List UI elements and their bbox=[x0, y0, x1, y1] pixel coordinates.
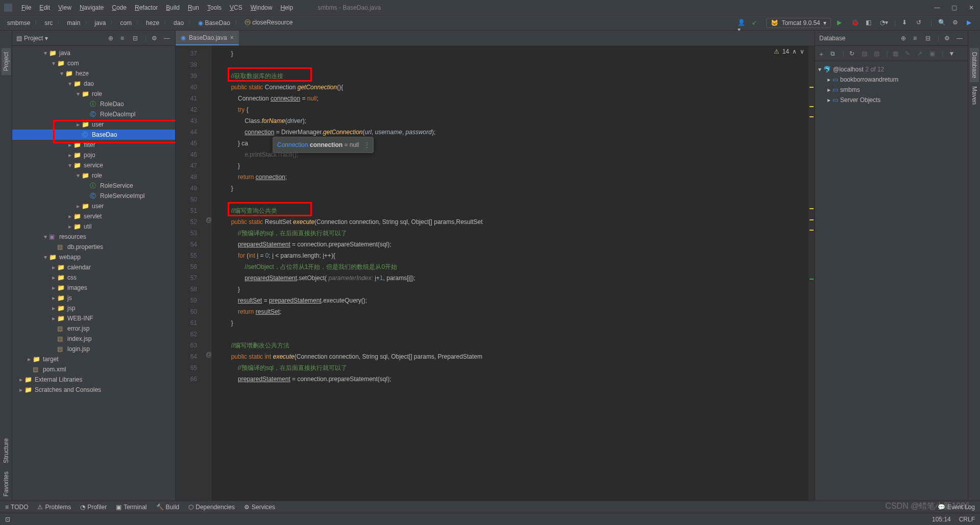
tree-item-js[interactable]: ▸📁js bbox=[12, 293, 175, 303]
coverage-icon[interactable]: ◧ bbox=[866, 19, 874, 27]
collapse-icon[interactable]: ⊟ bbox=[925, 35, 933, 42]
maximize-icon[interactable]: ▢ bbox=[951, 4, 959, 11]
tree-item-role[interactable]: ▾📁role bbox=[12, 89, 175, 99]
tree-item-util[interactable]: ▸📁util bbox=[12, 221, 175, 232]
tree-item-service[interactable]: ▾📁service bbox=[12, 160, 175, 170]
crumb-java[interactable]: java bbox=[92, 18, 108, 28]
menu-view[interactable]: View bbox=[54, 4, 76, 11]
project-panel-title[interactable]: ▤ Project ▾ bbox=[16, 35, 48, 42]
menu-help[interactable]: Help bbox=[276, 4, 297, 11]
tree-item-target[interactable]: ▸📁target bbox=[12, 354, 175, 364]
run-icon[interactable]: ▶ bbox=[837, 19, 845, 27]
tree-item-java[interactable]: ▾📁java bbox=[12, 48, 175, 58]
debug-icon[interactable]: 🐞 bbox=[851, 19, 860, 27]
bottom-tab-services[interactable]: ⚙Services bbox=[244, 504, 275, 511]
menu-vcs[interactable]: VCS bbox=[226, 4, 247, 11]
tree-item-RoleService[interactable]: ⒾRoleService bbox=[12, 181, 175, 191]
tree-item-RoleDao[interactable]: ⒾRoleDao bbox=[12, 99, 175, 109]
tree-item-pom.xml[interactable]: ▤pom.xml bbox=[12, 364, 175, 374]
breadcrumb[interactable]: smbmse〉src〉main〉java〉com〉heze〉dao〉◉ Base… bbox=[5, 17, 295, 28]
stop-icon[interactable]: ▨ bbox=[862, 50, 869, 57]
bottom-tab-todo[interactable]: ≡TODO bbox=[5, 504, 28, 511]
crumb-heze[interactable]: heze bbox=[144, 18, 161, 28]
tree-item-RoleServiceImpl[interactable]: ⒸRoleServiceImpl bbox=[12, 191, 175, 201]
menu-window[interactable]: Window bbox=[247, 4, 277, 11]
bottom-tab-problems[interactable]: ⚠Problems bbox=[37, 504, 71, 511]
menu-build[interactable]: Build bbox=[162, 4, 184, 11]
crumb-smbmse[interactable]: smbmse bbox=[5, 18, 32, 28]
hide-icon[interactable]: — bbox=[164, 35, 171, 42]
crumb-src[interactable]: src bbox=[42, 18, 55, 28]
tool-window-icon[interactable]: ⊡ bbox=[5, 516, 10, 523]
line-gutter[interactable]: 3738394041424344454647484950515253545556… bbox=[176, 46, 201, 501]
edit-icon[interactable]: ✎ bbox=[905, 50, 912, 57]
tree-item-db.properties[interactable]: ▤db.properties bbox=[12, 242, 175, 252]
search-icon[interactable]: 🔍 bbox=[938, 19, 946, 27]
select-opened-icon[interactable]: ⊕ bbox=[108, 35, 115, 42]
bottom-tab-profiler[interactable]: ◔Profiler bbox=[80, 504, 107, 511]
tree-item-RoleDaoImpl[interactable]: ⒸRoleDaoImpl bbox=[12, 109, 175, 119]
tree-item-webapp[interactable]: ▾📁webapp bbox=[12, 252, 175, 262]
crumb-com[interactable]: com bbox=[118, 18, 134, 28]
tree-item-resources[interactable]: ▾▣resources bbox=[12, 232, 175, 242]
user-icon[interactable]: 👤▾ bbox=[738, 19, 746, 27]
collapse-icon[interactable]: ⊟ bbox=[133, 35, 140, 42]
db-schema-bookborrowandreturn[interactable]: ▸▭bookborrowandreturn bbox=[818, 74, 965, 85]
editor-tab[interactable]: ◉ BaseDao.java × bbox=[176, 31, 239, 45]
tree-item-role[interactable]: ▾📁role bbox=[12, 170, 175, 181]
bottom-tab-build[interactable]: 🔨Build bbox=[156, 504, 180, 511]
tree-item-heze[interactable]: ▾📁heze bbox=[12, 68, 175, 79]
tree-item-Scratches and Consoles[interactable]: ▸📁Scratches and Consoles bbox=[12, 385, 175, 395]
maven-tool-button[interactable]: Maven bbox=[970, 82, 979, 109]
fold-gutter[interactable] bbox=[201, 46, 211, 501]
tree-item-External Libraries[interactable]: ▸📁External Libraries bbox=[12, 374, 175, 385]
code-editor[interactable]: 3738394041424344454647484950515253545556… bbox=[176, 46, 815, 501]
line-separator[interactable]: CRLF bbox=[959, 516, 975, 523]
tree-item-error.jsp[interactable]: ▤error.jsp bbox=[12, 323, 175, 334]
minimize-icon[interactable]: — bbox=[934, 4, 941, 11]
tree-item-login.jsp[interactable]: ▤login.jsp bbox=[12, 344, 175, 354]
code-content[interactable]: } //获取数据库的连接 public static Connection ge… bbox=[211, 46, 815, 501]
settings-icon[interactable]: ⚙ bbox=[952, 19, 961, 27]
bottom-tab-terminal[interactable]: ▣Terminal bbox=[116, 504, 146, 511]
close-tab-icon[interactable]: × bbox=[230, 34, 234, 41]
close-icon[interactable]: ✕ bbox=[969, 4, 976, 11]
ide-icon[interactable]: ▶ bbox=[967, 19, 975, 27]
filter-icon[interactable]: ▼ bbox=[948, 50, 955, 57]
prev-highlight-icon[interactable]: ∧ bbox=[792, 48, 797, 55]
tree-item-images[interactable]: ▸📁images bbox=[12, 283, 175, 293]
database-tool-button[interactable]: Database bbox=[970, 48, 979, 82]
caret-position[interactable]: 105:14 bbox=[932, 516, 951, 523]
tree-item-pojo[interactable]: ▸📁pojo bbox=[12, 150, 175, 160]
build-icon[interactable]: ↙ bbox=[752, 19, 760, 27]
add-datasource-icon[interactable]: ＋ bbox=[818, 50, 825, 57]
editor-inspection[interactable]: ⚠ 14 ∧ ∨ bbox=[774, 48, 804, 55]
profile-icon[interactable]: ◔▾ bbox=[880, 19, 888, 27]
hide-icon[interactable]: — bbox=[957, 35, 964, 42]
next-highlight-icon[interactable]: ∨ bbox=[800, 48, 804, 55]
quick-doc-popup[interactable]: Connection connection = null⋮ bbox=[273, 137, 374, 153]
menu-run[interactable]: Run bbox=[184, 4, 203, 11]
db-host[interactable]: ▾ 🐬 @localhost 2 of 12 bbox=[818, 64, 965, 74]
menu-refactor[interactable]: Refactor bbox=[131, 4, 162, 11]
structure-tool-button[interactable]: Structure bbox=[2, 434, 11, 467]
crumb-dao[interactable]: dao bbox=[172, 18, 186, 28]
project-tree[interactable]: ▾📁java▾📁com▾📁heze▾📁dao▾📁roleⒾRoleDaoⒸRol… bbox=[12, 46, 175, 501]
crumb-BaseDao[interactable]: ◉ BaseDao bbox=[196, 18, 232, 28]
refresh-icon[interactable]: ↻ bbox=[849, 50, 856, 57]
db-schema-Server Objects[interactable]: ▸▭Server Objects bbox=[818, 95, 965, 105]
tree-item-css[interactable]: ▸📁css bbox=[12, 272, 175, 283]
project-tool-button[interactable]: Project bbox=[2, 48, 11, 75]
menu-code[interactable]: Code bbox=[108, 4, 131, 11]
expand-icon[interactable]: ≡ bbox=[120, 35, 128, 42]
tree-item-user[interactable]: ▸📁user bbox=[12, 201, 175, 211]
menu-navigate[interactable]: Navigate bbox=[76, 4, 108, 11]
menu-file[interactable]: File bbox=[17, 4, 35, 11]
tree-item-calendar[interactable]: ▸📁calendar bbox=[12, 262, 175, 272]
tree-item-index.jsp[interactable]: ▤index.jsp bbox=[12, 334, 175, 344]
tree-item-dao[interactable]: ▾📁dao bbox=[12, 79, 175, 89]
crumb-main[interactable]: main bbox=[65, 18, 82, 28]
tree-item-servlet[interactable]: ▸📁servlet bbox=[12, 211, 175, 221]
expand-icon[interactable]: ≡ bbox=[913, 35, 920, 42]
git-icon[interactable]: ⬇ bbox=[902, 19, 910, 27]
